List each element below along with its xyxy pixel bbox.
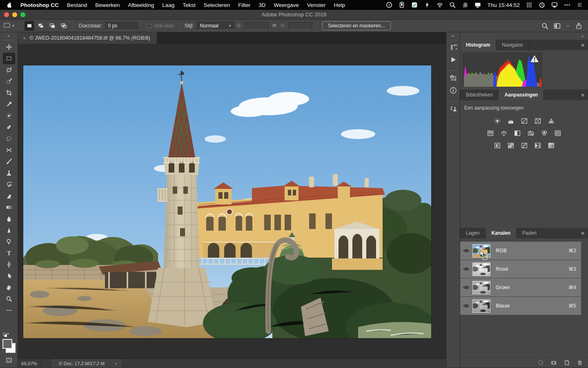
- blur-tool[interactable]: [3, 213, 15, 224]
- gradient-tool[interactable]: [3, 202, 15, 213]
- document-info[interactable]: © Doc: 17,2 M/17,2 M ›: [51, 359, 122, 368]
- panel-menu-icon[interactable]: ≡: [581, 228, 588, 238]
- select-and-mask-button[interactable]: Selecteren en maskeren...: [322, 21, 391, 30]
- type-tool[interactable]: T: [3, 247, 15, 259]
- move-tool[interactable]: [3, 41, 15, 53]
- channel-thumbnail[interactable]: [472, 299, 490, 313]
- menu-item-selecteren[interactable]: Selecteren: [200, 0, 234, 10]
- eraser-tool[interactable]: [3, 190, 15, 202]
- channel-thumbnail[interactable]: [472, 263, 490, 276]
- channel-row-blauw[interactable]: Blauw ⌘5: [460, 297, 581, 315]
- airplay-icon[interactable]: [551, 2, 558, 8]
- pen-tool[interactable]: [3, 259, 15, 270]
- visibility-eye-icon[interactable]: [460, 284, 472, 291]
- dodge-tool[interactable]: [3, 236, 15, 247]
- workspace-icon[interactable]: [554, 22, 561, 29]
- expand-panels-button[interactable]: «: [452, 32, 454, 38]
- brush-tool[interactable]: [3, 156, 15, 167]
- marquee-tool[interactable]: [3, 53, 15, 64]
- quick-mask-icon[interactable]: [3, 355, 15, 366]
- more-dots-icon[interactable]: [564, 2, 570, 8]
- actions-panel-icon[interactable]: [448, 54, 459, 66]
- menu-item-tekst[interactable]: Tekst: [178, 0, 200, 10]
- time-machine-icon[interactable]: [539, 2, 545, 8]
- menu-item-filter[interactable]: Filter: [234, 0, 254, 10]
- photo-filter-icon[interactable]: [526, 129, 536, 137]
- lasso-tool[interactable]: [3, 64, 15, 76]
- flash-app-icon[interactable]: [424, 2, 430, 8]
- menu-item-afbeelding[interactable]: Afbeelding: [124, 0, 158, 10]
- selective-color-icon[interactable]: [546, 141, 556, 149]
- channel-row-groen[interactable]: Groen ⌘4: [460, 278, 581, 296]
- menu-item-venster[interactable]: Venster: [303, 0, 330, 10]
- history-brush-tool[interactable]: [3, 179, 15, 190]
- phone-app-icon[interactable]: [399, 2, 405, 8]
- edit-toolbar-more[interactable]: [3, 305, 15, 316]
- canvas-area[interactable]: [18, 44, 446, 359]
- spotlight-icon[interactable]: [449, 2, 456, 8]
- close-window-button[interactable]: [4, 12, 9, 17]
- list-icon[interactable]: [577, 2, 583, 8]
- color-balance-icon[interactable]: [499, 129, 509, 137]
- info-panel-icon[interactable]: [448, 84, 459, 96]
- spot-healing-tool[interactable]: [3, 110, 15, 121]
- levels-icon[interactable]: [506, 117, 516, 125]
- channel-row-rood[interactable]: Rood ⌘3: [460, 260, 581, 278]
- exposure-icon[interactable]: [533, 117, 543, 125]
- style-select[interactable]: Normaal ▾: [197, 22, 234, 30]
- width-input[interactable]: [245, 22, 268, 30]
- foreground-color-swatch[interactable]: [2, 339, 12, 349]
- color-lookup-icon[interactable]: [553, 129, 563, 137]
- chevron-down-icon[interactable]: [566, 24, 570, 28]
- histogram-tab-navigator[interactable]: Navigator: [496, 40, 529, 50]
- menu-item-photoshop-cc[interactable]: Photoshop CC: [16, 0, 63, 10]
- intersect-selection-icon[interactable]: [59, 21, 69, 31]
- antialias-checkbox[interactable]: [147, 24, 151, 28]
- zoom-window-button[interactable]: [20, 12, 25, 17]
- channels-tab-paden[interactable]: Paden: [517, 228, 543, 238]
- panel-menu-icon[interactable]: ≡: [581, 90, 588, 100]
- canvas-image[interactable]: [23, 65, 431, 338]
- quick-selection-tool[interactable]: [3, 76, 15, 87]
- zoom-tool[interactable]: [3, 293, 15, 305]
- clone-stamp-tool[interactable]: [3, 167, 15, 179]
- search-icon[interactable]: [541, 22, 548, 29]
- histogram-tab-histogram[interactable]: Histogram: [460, 40, 496, 50]
- menu-item-laag[interactable]: Laag: [158, 0, 178, 10]
- channels-tab-kanalen[interactable]: Kanalen: [486, 228, 517, 238]
- document-tab[interactable]: × © JWED-201804041818484758.tif @ 66,7% …: [18, 32, 157, 44]
- minimize-window-button[interactable]: [12, 12, 17, 17]
- height-input[interactable]: [288, 22, 312, 30]
- black-white-icon[interactable]: [512, 129, 522, 137]
- eyedropper-tool[interactable]: [3, 99, 15, 110]
- invert-icon[interactable]: [492, 141, 502, 149]
- menu-item-weergave[interactable]: Weergave: [270, 0, 303, 10]
- collapse-panels-button[interactable]: »: [460, 32, 588, 40]
- vibrance-icon[interactable]: [546, 117, 556, 125]
- hand-tool[interactable]: [3, 282, 15, 293]
- channels-tab-lagen[interactable]: Lagen: [460, 228, 486, 238]
- load-selection-icon[interactable]: [537, 359, 544, 366]
- checkmark-app-icon[interactable]: [411, 2, 418, 8]
- new-channel-icon[interactable]: [564, 359, 570, 366]
- default-colors-swap[interactable]: [3, 332, 15, 337]
- adjustments-tab-aanpassingen[interactable]: Aanpassingen: [499, 90, 544, 100]
- menu-item-bestand[interactable]: Bestand: [63, 0, 91, 10]
- color-swatches[interactable]: [2, 339, 16, 353]
- sharpen-tool[interactable]: [3, 224, 15, 236]
- curves-icon[interactable]: [519, 117, 529, 125]
- gradient-map-icon[interactable]: [533, 141, 543, 149]
- feather-input[interactable]: 0 px: [105, 22, 138, 30]
- properties-panel-icon[interactable]: [448, 72, 459, 84]
- share-icon[interactable]: [575, 22, 582, 29]
- channel-row-rgb[interactable]: RGB ⌘2: [460, 242, 581, 260]
- wifi-icon[interactable]: [437, 2, 443, 8]
- adjustments-tab-bibliotheken[interactable]: Bibliotheken: [460, 90, 499, 100]
- panel-menu-icon[interactable]: ≡: [581, 40, 588, 50]
- grid-icon[interactable]: [526, 2, 532, 8]
- menu-clock[interactable]: Thu 15:44:52: [487, 2, 520, 8]
- swap-dimensions-icon[interactable]: [271, 22, 278, 30]
- healing-brush-tool[interactable]: [3, 121, 15, 133]
- threshold-icon[interactable]: [519, 141, 529, 149]
- posterize-icon[interactable]: [506, 141, 516, 149]
